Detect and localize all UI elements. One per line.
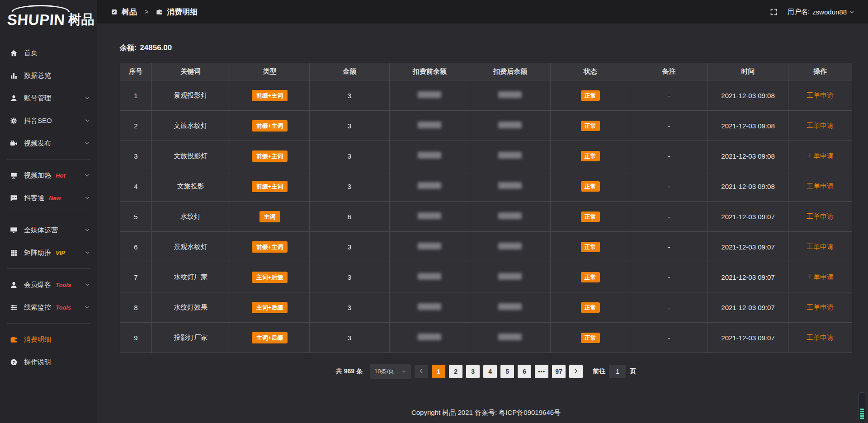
- work-order-link[interactable]: 工单申请: [807, 212, 834, 220]
- sidebar-item-help[interactable]: 操作说明: [0, 351, 97, 373]
- cell-balance-after: [470, 323, 550, 353]
- cell-action: 工单申请: [788, 232, 852, 262]
- type-badge: 前缀+主词: [252, 241, 288, 253]
- cell-note: -: [630, 171, 708, 202]
- page-button[interactable]: 2: [449, 365, 462, 378]
- page-size-value: 10条/页: [374, 367, 394, 376]
- cell-index: 7: [120, 262, 152, 292]
- sidebar-item-data-overview[interactable]: 数据总览: [0, 64, 97, 87]
- fullscreen-icon[interactable]: [770, 8, 778, 16]
- user-menu[interactable]: 用户名: zswodun88: [788, 8, 854, 16]
- cell-keyword: 水纹灯厂家: [151, 262, 230, 292]
- chat-icon: [10, 194, 18, 202]
- wallet-icon: [156, 9, 163, 15]
- censored-value: [498, 182, 522, 189]
- cell-type: 主词+后缀: [230, 262, 309, 292]
- cell-type: 前缀+主词: [230, 111, 309, 141]
- sidebar-item-video-heat[interactable]: 视频加热 Hot: [0, 164, 97, 187]
- sidebar-item-douketong[interactable]: 抖客通 New: [0, 187, 97, 209]
- cell-balance-after: [470, 171, 550, 202]
- chevron-right-icon: [573, 368, 579, 374]
- sidebar-item-douyin-seo[interactable]: 抖音SEO: [0, 109, 97, 132]
- cell-action: 工单申请: [788, 323, 852, 353]
- brand-logo: SHUPIN 树品: [0, 0, 97, 40]
- cell-status: 正常: [550, 141, 630, 171]
- work-order-link[interactable]: 工单申请: [807, 91, 834, 99]
- cell-action: 工单申请: [788, 80, 852, 111]
- sidebar-divider: [7, 214, 90, 214]
- work-order-link[interactable]: 工单申请: [807, 152, 834, 160]
- cell-action: 工单申请: [788, 171, 852, 202]
- cell-time: 2021-12-03 09:08: [708, 171, 788, 202]
- cell-index: 1: [120, 80, 152, 111]
- cell-time: 2021-12-03 09:08: [708, 80, 788, 111]
- sidebar-divider: [7, 159, 90, 160]
- consumption-table: 序号 关键词 类型 金额 扣费前余额 扣费后余额 状态: [120, 63, 852, 353]
- next-page-button[interactable]: [569, 365, 583, 378]
- question-icon: [10, 358, 18, 366]
- table-row: 6 景观水纹灯 前缀+主词 3 正常 - 2021-12-03 09:07 工单…: [120, 232, 852, 262]
- page-button[interactable]: 6: [518, 365, 531, 378]
- sidebar-item-matrix-boost[interactable]: 矩阵助推 VIP: [0, 241, 97, 264]
- cell-amount: 6: [310, 202, 389, 232]
- page-button[interactable]: 3: [466, 365, 480, 378]
- cell-type: 前缀+主词: [230, 141, 309, 171]
- page-button[interactable]: 4: [483, 365, 497, 378]
- cell-balance-before: [389, 80, 470, 111]
- type-badge: 主词+后缀: [252, 332, 288, 343]
- work-order-link[interactable]: 工单申请: [807, 334, 834, 341]
- cell-type: 主词+后缀: [230, 292, 309, 323]
- cell-status: 正常: [550, 323, 630, 353]
- work-order-link[interactable]: 工单申请: [807, 182, 834, 190]
- breadcrumb-root[interactable]: 树品: [122, 7, 137, 17]
- page-size-select[interactable]: 10条/页: [370, 364, 411, 379]
- prev-page-button[interactable]: [415, 365, 428, 378]
- cell-note: -: [630, 262, 708, 292]
- cell-keyword: 水纹灯效果: [151, 292, 230, 323]
- cell-keyword: 文旅水纹灯: [151, 111, 230, 141]
- cell-keyword: 景观水纹灯: [151, 232, 230, 262]
- page-button[interactable]: 1: [432, 365, 445, 378]
- work-order-link[interactable]: 工单申请: [807, 122, 834, 129]
- type-badge: 主词+后缀: [252, 302, 288, 313]
- sidebar-item-badge: Hot: [56, 172, 66, 179]
- table-row: 7 水纹灯厂家 主词+后缀 3 正常 - 2021-12-03 09:07 工单…: [120, 262, 852, 292]
- sidebar-divider: [7, 268, 90, 269]
- cell-note: -: [630, 202, 708, 232]
- type-badge: 主词: [259, 211, 280, 222]
- scrollbar-widget[interactable]: [859, 392, 865, 422]
- cell-balance-before: [389, 202, 470, 232]
- column-header: 备注: [630, 63, 708, 80]
- page-button[interactable]: 97: [552, 365, 566, 378]
- cell-action: 工单申请: [788, 202, 852, 232]
- sidebar-item-media-operation[interactable]: 全媒体运营: [0, 219, 97, 241]
- cell-amount: 3: [310, 232, 389, 262]
- page-button[interactable]: •••: [535, 365, 548, 378]
- sidebar-item-account-manage[interactable]: 账号管理: [0, 87, 97, 109]
- work-order-link[interactable]: 工单申请: [807, 303, 834, 311]
- monitor-icon: [10, 226, 18, 234]
- sidebar-item-consumption-detail[interactable]: 消费明细: [0, 328, 97, 351]
- goto-page-input[interactable]: [609, 365, 626, 378]
- type-badge: 前缀+主词: [252, 150, 288, 162]
- sidebar-item-badge: Tools: [56, 304, 71, 311]
- screen-icon: [10, 172, 18, 179]
- cell-note: -: [630, 292, 708, 323]
- column-header: 时间: [708, 63, 788, 80]
- censored-value: [498, 122, 522, 128]
- work-order-link[interactable]: 工单申请: [807, 273, 834, 281]
- chevron-down-icon: [85, 227, 90, 233]
- sidebar-item-video-publish[interactable]: 视频发布: [0, 132, 97, 155]
- sidebar: SHUPIN 树品 首页 数据总览: [0, 0, 97, 423]
- work-order-link[interactable]: 工单申请: [807, 243, 834, 250]
- table-row: 8 水纹灯效果 主词+后缀 3 正常 - 2021-12-03 09:07 工单…: [120, 292, 852, 323]
- table-row: 9 投影灯厂家 主词+后缀 3 正常 - 2021-12-03 09:07 工单…: [120, 323, 852, 353]
- page-button[interactable]: 5: [500, 365, 514, 378]
- censored-value: [418, 212, 441, 219]
- sidebar-item-home[interactable]: 首页: [0, 42, 97, 64]
- chevron-down-icon: [85, 195, 90, 201]
- wallet-icon: [10, 336, 18, 343]
- sidebar-item-member-burst[interactable]: 会员爆客 Tools: [0, 273, 97, 296]
- sidebar-item-lead-monitor[interactable]: 线索监控 Tools: [0, 296, 97, 319]
- column-header: 状态: [550, 63, 630, 80]
